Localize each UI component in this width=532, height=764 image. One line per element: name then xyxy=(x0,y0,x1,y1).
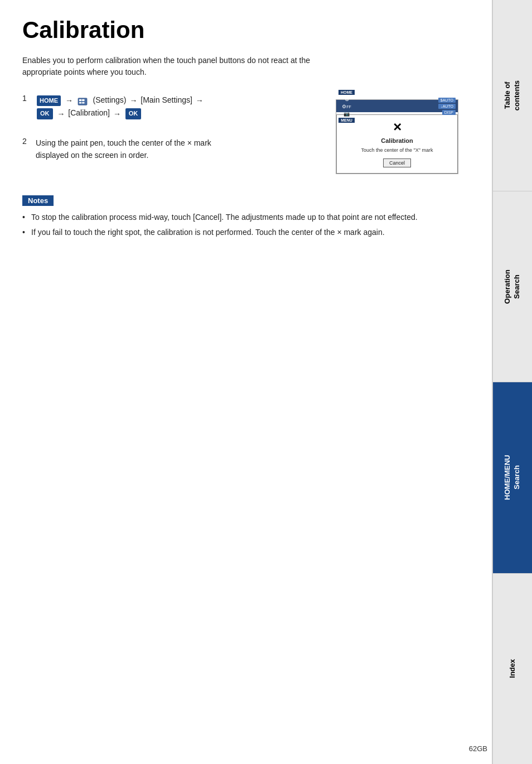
step-2-number: 2 xyxy=(22,137,31,146)
sidebar-tab-toc[interactable]: Table ofcontents xyxy=(492,0,532,191)
steps-left: 1 HOME → xyxy=(22,94,325,179)
device-screen: HOME ⊕ ⚙FF 📷 MENU $AUTO ↓AUTO DISP ✕ xyxy=(336,99,458,174)
settings-label: (Settings) xyxy=(91,95,127,104)
step-1: 1 HOME → xyxy=(22,94,325,120)
calibration-label: [Calibration] xyxy=(68,108,110,117)
svg-rect-3 xyxy=(79,102,81,104)
arrow-4: → xyxy=(57,108,65,120)
note-item-2: If you fail to touch the right spot, the… xyxy=(22,227,470,238)
device-menu-left: HOME ⊕ ⚙FF 📷 MENU xyxy=(338,90,355,123)
device-menu-right: $AUTO ↓AUTO DISP xyxy=(438,98,456,115)
notes-section: Notes To stop the calibration process mi… xyxy=(22,195,470,238)
device-menu-btn: MENU xyxy=(338,118,355,123)
ok-badge-1: OK xyxy=(37,108,53,119)
device-sauto-btn: $AUTO xyxy=(438,98,456,103)
page-title: Calibration xyxy=(22,17,470,44)
step-2-row: 2 Using the paint pen, touch the center … xyxy=(22,137,325,162)
ok-badge-2: OK xyxy=(125,108,142,119)
main-settings-label: [Main Settings] xyxy=(141,95,192,104)
step-1-content: HOME → (Settings) xyxy=(36,94,205,120)
arrow-3: → xyxy=(196,94,204,107)
device-home-btn: HOME xyxy=(338,90,355,95)
device-disp-btn: DISP xyxy=(442,110,456,115)
steps-section: 1 HOME → xyxy=(22,94,470,179)
page-number: 62GB xyxy=(469,744,487,753)
arrow-5: → xyxy=(113,108,121,120)
sidebar-tab-operation-label: OperationSearch xyxy=(503,270,522,304)
description: Enables you to perform calibration when … xyxy=(22,55,346,78)
note-item-1: To stop the calibration process mid-way,… xyxy=(22,212,470,223)
device-menu-bar: HOME ⊕ ⚙FF 📷 MENU $AUTO ↓AUTO DISP xyxy=(336,100,458,112)
x-mark: ✕ xyxy=(344,121,451,134)
sidebar-tab-operation[interactable]: OperationSearch xyxy=(492,191,532,383)
notes-badge: Notes xyxy=(22,195,54,206)
calibration-dialog: ✕ Calibration Touch the center of the "X… xyxy=(336,114,458,174)
svg-rect-1 xyxy=(79,99,81,102)
arrow-1: → xyxy=(65,94,73,107)
step-1-row: 1 HOME → xyxy=(22,94,325,120)
calib-title: Calibration xyxy=(344,137,451,144)
calib-subtitle: Touch the center of the "X" mark xyxy=(344,147,451,153)
device-vauto-btn: ↓AUTO xyxy=(438,104,456,109)
sidebar-tab-index-label: Index xyxy=(508,659,518,678)
sidebar-tab-toc-label: Table ofcontents xyxy=(503,80,522,110)
calib-cancel-btn[interactable]: Cancel xyxy=(383,158,411,167)
settings-icon xyxy=(78,97,88,104)
step-2-content: Using the paint pen, touch the center of… xyxy=(36,137,225,162)
main-content: Calibration Enables you to perform calib… xyxy=(0,0,492,275)
device-screenshot: HOME ⊕ ⚙FF 📷 MENU $AUTO ↓AUTO DISP ✕ xyxy=(336,99,470,174)
notes-list: To stop the calibration process mid-way,… xyxy=(22,212,470,238)
arrow-2: → xyxy=(129,94,137,107)
svg-rect-2 xyxy=(82,99,84,102)
svg-rect-4 xyxy=(82,102,84,104)
sidebar-tab-homemenu-label: HOME/MENUSearch xyxy=(503,455,522,500)
step-1-number: 1 xyxy=(22,94,31,103)
step-2: 2 Using the paint pen, touch the center … xyxy=(22,137,325,162)
home-badge: HOME xyxy=(37,95,61,107)
right-sidebar: Table ofcontents OperationSearch HOME/ME… xyxy=(492,0,532,764)
sidebar-tab-index[interactable]: Index xyxy=(492,574,532,765)
sidebar-tab-homemenu[interactable]: HOME/MENUSearch xyxy=(492,382,532,574)
